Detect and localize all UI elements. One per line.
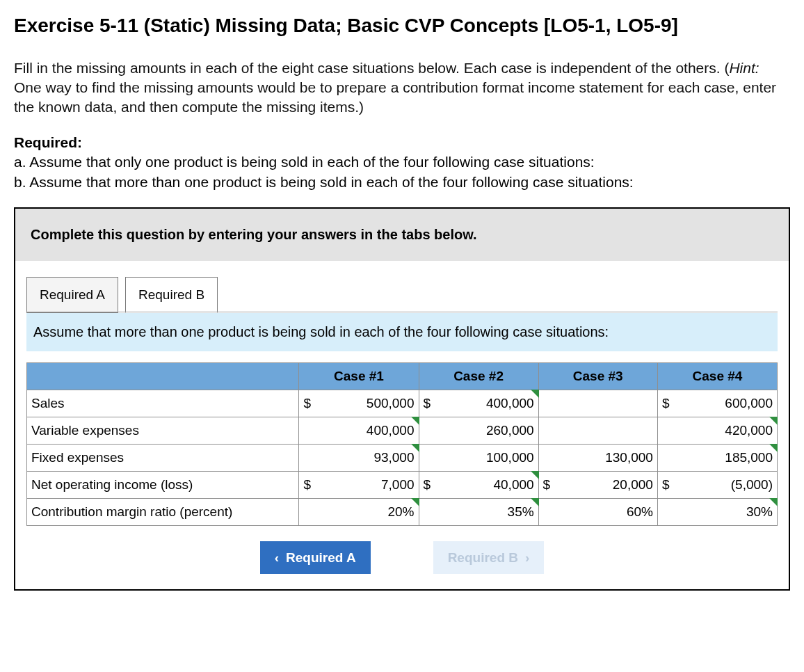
- cell-value: 35%: [426, 503, 534, 521]
- cell-value: 100,000: [426, 449, 534, 467]
- table-row: Net operating income (loss) $7,000 $40,0…: [27, 471, 778, 498]
- next-button[interactable]: Required B ›: [433, 541, 545, 575]
- currency-symbol: $: [424, 394, 431, 413]
- intro-pre: Fill in the missing amounts in each of t…: [14, 60, 729, 76]
- cell-fixed-c3[interactable]: 130,000: [538, 444, 657, 471]
- cell-varexp-c4[interactable]: 420,000: [657, 417, 777, 444]
- cell-value: 400,000: [433, 394, 534, 413]
- cell-value: 93,000: [306, 449, 414, 467]
- cell-sales-c3[interactable]: [538, 390, 657, 417]
- cell-cmr-c2[interactable]: 35%: [419, 498, 538, 525]
- table-row: Contribution margin ratio (percent) 20% …: [27, 498, 778, 525]
- currency-symbol: $: [543, 476, 551, 494]
- intro-hint: Hint:: [729, 60, 759, 76]
- cell-noi-c1[interactable]: $7,000: [299, 471, 419, 498]
- cell-value: 30%: [665, 503, 773, 521]
- row-label-cmr: Contribution margin ratio (percent): [27, 498, 299, 525]
- cell-value: 600,000: [672, 394, 773, 413]
- tab-content: Assume that more than one product is bei…: [15, 313, 789, 590]
- case-table: Case #1 Case #2 Case #3 Case #4 Sales $5…: [26, 362, 778, 526]
- cell-varexp-c2[interactable]: 260,000: [419, 417, 538, 444]
- cell-cmr-c4[interactable]: 30%: [657, 498, 777, 525]
- cell-varexp-c3[interactable]: [538, 417, 657, 444]
- col-case-1: Case #1: [299, 362, 419, 390]
- prev-button[interactable]: ‹ Required A: [260, 541, 371, 575]
- cell-fixed-c1[interactable]: 93,000: [299, 444, 419, 471]
- cell-value: 185,000: [665, 449, 773, 467]
- cell-value: 260,000: [426, 422, 534, 440]
- row-label-fixed: Fixed expenses: [27, 444, 299, 471]
- cell-value: (5,000): [672, 476, 773, 494]
- row-label-sales: Sales: [27, 390, 299, 417]
- table-row: Fixed expenses 93,000 100,000 130,000 18…: [27, 444, 778, 471]
- currency-symbol: $: [303, 394, 311, 413]
- currency-symbol: $: [662, 394, 670, 413]
- cell-value: 400,000: [306, 422, 414, 440]
- currency-symbol: $: [424, 476, 431, 494]
- tab-underline: [26, 312, 778, 312]
- cell-noi-c3[interactable]: $20,000: [538, 471, 657, 498]
- col-case-2: Case #2: [419, 362, 538, 390]
- cell-cmr-c1[interactable]: 20%: [299, 498, 419, 525]
- row-label-noi: Net operating income (loss): [27, 471, 299, 498]
- intro-post: One way to find the missing amounts woul…: [14, 79, 776, 115]
- cell-noi-c4[interactable]: $(5,000): [657, 471, 777, 498]
- cell-cmr-c3[interactable]: 60%: [538, 498, 657, 525]
- cell-sales-c4[interactable]: $600,000: [657, 390, 777, 417]
- currency-symbol: $: [662, 476, 670, 494]
- col-case-3: Case #3: [538, 362, 657, 390]
- tab-required-b[interactable]: Required B: [125, 277, 218, 313]
- chevron-right-icon: ›: [525, 549, 529, 567]
- cell-value: 420,000: [665, 422, 773, 440]
- page-title: Exercise 5-11 (Static) Missing Data; Bas…: [14, 13, 790, 39]
- cell-value: 130,000: [546, 449, 653, 467]
- cell-value: 7,000: [314, 476, 415, 494]
- table-corner: [27, 362, 299, 390]
- cell-value: 500,000: [314, 394, 415, 413]
- cell-varexp-c1[interactable]: 400,000: [299, 417, 419, 444]
- cell-fixed-c4[interactable]: 185,000: [657, 444, 777, 471]
- cell-noi-c2[interactable]: $40,000: [419, 471, 538, 498]
- chevron-left-icon: ‹: [275, 549, 279, 567]
- tab-row: Required A Required B: [15, 261, 789, 312]
- table-row: Variable expenses 400,000 260,000 420,00…: [27, 417, 778, 444]
- cell-value: 60%: [546, 503, 653, 521]
- table-row: Sales $500,000 $400,000 $600,000: [27, 390, 778, 417]
- cell-value: 40,000: [433, 476, 534, 494]
- prev-button-label: Required A: [286, 549, 356, 567]
- row-label-varexp: Variable expenses: [27, 417, 299, 444]
- cell-sales-c2[interactable]: $400,000: [419, 390, 538, 417]
- required-item-a: a. Assume that only one product is being…: [14, 152, 790, 172]
- required-list: a. Assume that only one product is being…: [14, 152, 790, 192]
- intro-text: Fill in the missing amounts in each of t…: [14, 58, 790, 118]
- tab-required-a[interactable]: Required A: [26, 277, 118, 313]
- cell-value: 20%: [306, 503, 414, 521]
- nav-row: ‹ Required A Required B ›: [26, 541, 778, 577]
- cell-sales-c1[interactable]: $500,000: [299, 390, 419, 417]
- panel-instruction: Complete this question by entering your …: [15, 209, 789, 261]
- answer-panel: Complete this question by entering your …: [14, 207, 790, 591]
- currency-symbol: $: [303, 476, 311, 494]
- col-case-4: Case #4: [657, 362, 777, 390]
- next-button-label: Required B: [448, 549, 518, 567]
- required-heading: Required:: [14, 133, 790, 152]
- required-item-b: b. Assume that more than one product is …: [14, 173, 790, 192]
- cell-value: 20,000: [553, 476, 653, 494]
- cell-fixed-c2[interactable]: 100,000: [419, 444, 538, 471]
- tab-prompt: Assume that more than one product is bei…: [26, 313, 778, 351]
